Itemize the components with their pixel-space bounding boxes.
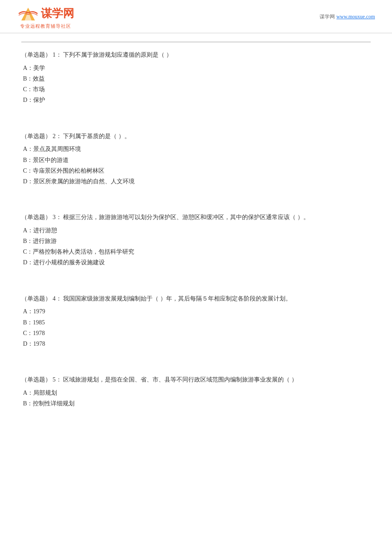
question-3-text: 根据三分法，旅游旅游地可以划分为保护区、游憩区和缓冲区，其中的保护区通常应该（ … (63, 214, 309, 220)
question-4-number: 4： (53, 295, 62, 302)
question-1-text: 下列不属于旅游规划应遵循的原则是（ ） (63, 52, 172, 58)
spacer-3 (21, 281, 371, 294)
question-5-type: （单选题） (21, 376, 51, 383)
question-1-option-d: D：保护 (21, 95, 371, 105)
question-4: （单选题） 4： 我国国家级旅游发展规划编制始于（ ）年，其后每隔５年相应制定各… (21, 294, 371, 350)
question-1-title: （单选题） 1： 下列不属于旅游规划应遵循的原则是（ ） (21, 50, 371, 60)
spacer-4 (21, 362, 371, 375)
spacer-2 (21, 199, 371, 212)
question-2-text: 下列属于基质的是（ ）。 (63, 133, 130, 139)
question-2-type: （单选题） (21, 133, 51, 139)
question-3-number: 3： (53, 214, 62, 220)
question-2-option-a: A：景点及其周围环境 (21, 144, 371, 154)
question-5-title: （单选题） 5： 区域旅游规划，是指在全国、省、市、县等不同行政区域范围内编制旅… (21, 375, 371, 385)
question-3: （单选题） 3： 根据三分法，旅游旅游地可以划分为保护区、游憩区和缓冲区，其中的… (21, 212, 371, 268)
question-4-option-d: D：1978 (21, 338, 371, 349)
question-2-number: 2： (53, 133, 62, 139)
question-5-option-b: B：控制性详细规划 (21, 398, 371, 409)
header-site-label: 谋学网 (320, 14, 336, 20)
main-content: （单选题） 1： 下列不属于旅游规划应遵循的原则是（ ） A：美学 B：效益 C… (0, 33, 392, 434)
question-4-title: （单选题） 4： 我国国家级旅游发展规划编制始于（ ）年，其后每隔５年相应制定各… (21, 294, 371, 304)
question-3-type: （单选题） (21, 214, 51, 220)
question-3-option-c: C：严格控制各种人类活动，包括科学研究 (21, 246, 371, 257)
logo-text: 谋学网 (41, 6, 74, 21)
logo-area: 谋学网 专业远程教育辅导社区 (17, 4, 74, 29)
question-3-title: （单选题） 3： 根据三分法，旅游旅游地可以划分为保护区、游憩区和缓冲区，其中的… (21, 212, 371, 223)
question-1-option-b: B：效益 (21, 73, 371, 84)
question-1: （单选题） 1： 下列不属于旅游规划应遵循的原则是（ ） A：美学 B：效益 C… (21, 50, 371, 106)
top-divider (21, 42, 371, 42)
logo-icon (17, 4, 39, 22)
question-5: （单选题） 5： 区域旅游规划，是指在全国、省、市、县等不同行政区域范围内编制旅… (21, 375, 371, 409)
question-3-option-d: D：进行小规模的服务设施建设 (21, 257, 371, 268)
page-header: 谋学网 专业远程教育辅导社区 谋学网 www.mouxue.com (0, 0, 392, 33)
question-2-option-c: C：寺庙景区外围的松柏树林区 (21, 165, 371, 176)
question-4-text: 我国国家级旅游发展规划编制始于（ ）年，其后每隔５年相应制定各阶段的发展计划。 (63, 295, 291, 302)
question-5-number: 5： (53, 376, 62, 383)
question-3-option-b: B：进行旅游 (21, 236, 371, 246)
spacer-1 (21, 119, 371, 131)
question-1-number: 1： (53, 52, 62, 58)
header-site-link[interactable]: www.mouxue.com (336, 14, 375, 20)
question-5-text: 区域旅游规划，是指在全国、省、市、县等不同行政区域范围内编制旅游事业发展的（ ） (63, 376, 297, 383)
question-1-type: （单选题） (21, 52, 51, 58)
question-1-option-a: A：美学 (21, 63, 371, 73)
logo-subtitle: 专业远程教育辅导社区 (20, 23, 71, 29)
question-5-option-a: A：局部规划 (21, 387, 371, 398)
question-2-option-b: B：景区中的游道 (21, 155, 371, 165)
question-2-option-d: D：景区所隶属的旅游地的自然、人文环境 (21, 176, 371, 187)
question-3-option-a: A：进行游憩 (21, 225, 371, 236)
question-4-option-a: A：1979 (21, 306, 371, 317)
question-2-title: （单选题） 2： 下列属于基质的是（ ）。 (21, 131, 371, 142)
question-1-option-c: C：市场 (21, 84, 371, 95)
header-right: 谋学网 www.mouxue.com (320, 13, 375, 20)
logo-image: 谋学网 (17, 4, 74, 22)
question-4-type: （单选题） (21, 295, 51, 302)
question-4-option-c: C：1978 (21, 328, 371, 338)
question-4-option-b: B：1985 (21, 317, 371, 328)
question-2: （单选题） 2： 下列属于基质的是（ ）。 A：景点及其周围环境 B：景区中的游… (21, 131, 371, 187)
